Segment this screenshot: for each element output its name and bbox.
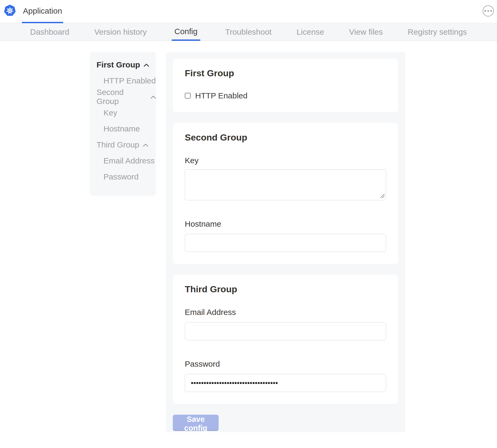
ellipsis-icon [484, 10, 492, 12]
tab-registry-settings[interactable]: Registry settings [408, 23, 467, 41]
field-label-key: Key [185, 156, 386, 165]
sidebar-group-first-group[interactable]: First Group [90, 57, 156, 73]
group-title: First Group [185, 59, 386, 78]
password-input[interactable] [185, 374, 386, 392]
config-group-card-second-group: Second GroupKeyHostname [173, 123, 398, 264]
field-label-email-address: Email Address [185, 308, 386, 317]
top-bar: Application [0, 0, 497, 23]
key-textarea[interactable] [185, 169, 386, 200]
config-cards: First GroupHTTP EnabledSecond GroupKeyHo… [173, 59, 398, 404]
tab-config[interactable]: Config [172, 23, 200, 41]
sidebar-group-second-group[interactable]: Second Group [90, 89, 156, 105]
tab-dashboard[interactable]: Dashboard [30, 23, 69, 41]
tab-version-history[interactable]: Version history [94, 23, 147, 41]
chevron-up-icon [143, 143, 149, 147]
tab-bar: DashboardVersion historyConfigTroublesho… [0, 23, 497, 41]
group-title: Third Group [185, 275, 386, 294]
http-enabled-checkbox[interactable] [185, 93, 191, 99]
tab-troubleshoot[interactable]: Troubleshoot [225, 23, 271, 41]
hostname-input[interactable] [185, 234, 386, 252]
checkbox-label: HTTP Enabled [195, 91, 247, 100]
kubernetes-logo-icon [4, 4, 16, 17]
sidebar-item-email-address[interactable]: Email Address [90, 153, 156, 169]
sidebar-item-key[interactable]: Key [90, 105, 156, 121]
chevron-up-icon [143, 63, 149, 67]
config-group-card-first-group: First GroupHTTP Enabled [173, 59, 398, 112]
group-title: Second Group [185, 123, 386, 142]
email-address-input[interactable] [185, 322, 386, 340]
tab-license[interactable]: License [296, 23, 324, 41]
config-sidebar-nav: First GroupHTTP EnabledSecond GroupKeyHo… [90, 52, 156, 196]
sidebar-item-http-enabled[interactable]: HTTP Enabled [90, 73, 156, 89]
save-config-button[interactable]: Save config [173, 415, 219, 430]
tab-view-files[interactable]: View files [349, 23, 383, 41]
sidebar-group-label: Third Group [97, 140, 139, 149]
app-title: Application [23, 6, 62, 15]
sidebar-group-label: First Group [97, 60, 140, 69]
field-label-hostname: Hostname [185, 219, 386, 229]
checkbox-field-http-enabled: HTTP Enabled [185, 91, 386, 100]
textarea-field [185, 169, 386, 200]
overflow-menu-button[interactable] [483, 5, 494, 17]
config-panel: First GroupHTTP EnabledSecond GroupKeyHo… [166, 52, 405, 432]
sidebar-group-label: Second Group [97, 88, 147, 106]
sidebar-group-third-group[interactable]: Third Group [90, 137, 156, 153]
app-tab-application[interactable]: Application [22, 0, 63, 23]
resize-handle-icon[interactable] [380, 193, 385, 198]
chevron-up-icon [150, 95, 156, 99]
field-label-password: Password [185, 359, 386, 369]
sidebar-item-password[interactable]: Password [90, 169, 156, 185]
config-group-card-third-group: Third GroupEmail AddressPassword [173, 275, 398, 404]
sidebar-item-hostname[interactable]: Hostname [90, 121, 156, 137]
